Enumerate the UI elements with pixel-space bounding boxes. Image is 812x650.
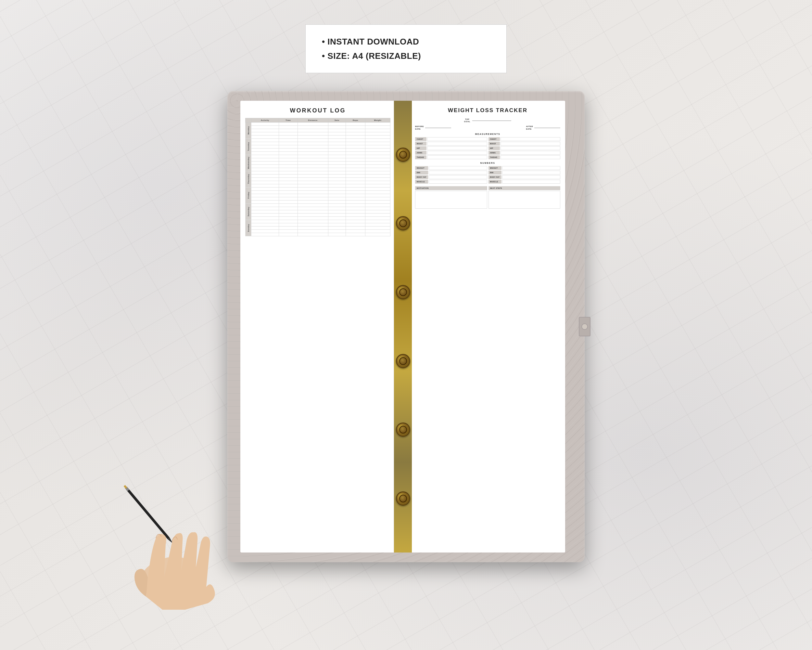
workout-cell[interactable] bbox=[365, 122, 390, 126]
workout-cell[interactable] bbox=[298, 171, 328, 174]
workout-cell[interactable] bbox=[328, 197, 346, 200]
workout-cell[interactable] bbox=[346, 197, 365, 200]
workout-cell[interactable] bbox=[279, 230, 298, 233]
workout-cell[interactable] bbox=[346, 168, 365, 171]
workout-cell[interactable] bbox=[328, 132, 346, 136]
workout-cell[interactable] bbox=[365, 197, 390, 200]
workout-cell[interactable] bbox=[365, 168, 390, 171]
workout-cell[interactable] bbox=[365, 171, 390, 174]
workout-cell[interactable] bbox=[279, 148, 298, 152]
workout-cell[interactable] bbox=[279, 126, 298, 129]
workout-cell[interactable] bbox=[251, 226, 279, 230]
workout-cell[interactable] bbox=[279, 207, 298, 210]
workout-cell[interactable] bbox=[251, 220, 279, 223]
workout-cell[interactable] bbox=[298, 191, 328, 194]
workout-cell[interactable] bbox=[298, 158, 328, 162]
workout-cell[interactable] bbox=[328, 136, 346, 139]
workout-cell[interactable] bbox=[251, 132, 279, 136]
workout-cell[interactable] bbox=[298, 217, 328, 220]
workout-cell[interactable] bbox=[365, 132, 390, 136]
workout-cell[interactable] bbox=[346, 204, 365, 207]
workout-cell[interactable] bbox=[251, 126, 279, 129]
workout-cell[interactable] bbox=[251, 165, 279, 168]
workout-cell[interactable] bbox=[365, 194, 390, 197]
workout-cell[interactable] bbox=[365, 126, 390, 129]
workout-cell[interactable] bbox=[328, 191, 346, 194]
workout-cell[interactable] bbox=[365, 152, 390, 155]
measurement-field-after-chest[interactable] bbox=[501, 137, 561, 141]
workout-cell[interactable] bbox=[251, 136, 279, 139]
workout-cell[interactable] bbox=[251, 204, 279, 207]
workout-cell[interactable] bbox=[328, 178, 346, 181]
workout-cell[interactable] bbox=[346, 129, 365, 132]
workout-cell[interactable] bbox=[346, 152, 365, 155]
workout-cell[interactable] bbox=[328, 122, 346, 126]
workout-cell[interactable] bbox=[328, 171, 346, 174]
workout-cell[interactable] bbox=[298, 129, 328, 132]
number-field-after-muscle[interactable] bbox=[502, 180, 561, 184]
workout-cell[interactable] bbox=[346, 223, 365, 226]
workout-cell[interactable] bbox=[346, 194, 365, 197]
workout-cell[interactable] bbox=[346, 214, 365, 217]
workout-cell[interactable] bbox=[298, 174, 328, 178]
workout-cell[interactable] bbox=[279, 188, 298, 191]
workout-cell[interactable] bbox=[279, 165, 298, 168]
workout-cell[interactable] bbox=[365, 139, 390, 142]
number-field-before-muscle[interactable] bbox=[429, 180, 487, 184]
workout-cell[interactable] bbox=[365, 200, 390, 204]
workout-cell[interactable] bbox=[365, 165, 390, 168]
workout-cell[interactable] bbox=[298, 207, 328, 210]
workout-cell[interactable] bbox=[279, 197, 298, 200]
workout-cell[interactable] bbox=[346, 174, 365, 178]
workout-cell[interactable] bbox=[279, 178, 298, 181]
workout-cell[interactable] bbox=[328, 200, 346, 204]
workout-cell[interactable] bbox=[365, 155, 390, 158]
number-field-after-bmi[interactable] bbox=[502, 171, 561, 174]
workout-cell[interactable] bbox=[251, 129, 279, 132]
workout-cell[interactable] bbox=[251, 168, 279, 171]
workout-cell[interactable] bbox=[298, 223, 328, 226]
workout-cell[interactable] bbox=[298, 145, 328, 148]
workout-cell[interactable] bbox=[298, 162, 328, 165]
workout-cell[interactable] bbox=[346, 148, 365, 152]
workout-cell[interactable] bbox=[251, 181, 279, 184]
workout-cell[interactable] bbox=[346, 200, 365, 204]
workout-cell[interactable] bbox=[328, 142, 346, 145]
workout-cell[interactable] bbox=[298, 214, 328, 217]
workout-cell[interactable] bbox=[365, 162, 390, 165]
workout-cell[interactable] bbox=[251, 210, 279, 214]
workout-cell[interactable] bbox=[279, 155, 298, 158]
workout-cell[interactable] bbox=[328, 220, 346, 223]
workout-cell[interactable] bbox=[346, 136, 365, 139]
workout-cell[interactable] bbox=[346, 191, 365, 194]
workout-cell[interactable] bbox=[346, 184, 365, 188]
measurement-field-after-arms[interactable] bbox=[501, 151, 561, 155]
workout-cell[interactable] bbox=[279, 191, 298, 194]
workout-cell[interactable] bbox=[251, 191, 279, 194]
workout-cell[interactable] bbox=[298, 155, 328, 158]
workout-cell[interactable] bbox=[346, 207, 365, 210]
workout-cell[interactable] bbox=[251, 145, 279, 148]
workout-cell[interactable] bbox=[365, 181, 390, 184]
workout-cell[interactable] bbox=[346, 162, 365, 165]
workout-cell[interactable] bbox=[298, 122, 328, 126]
measurement-field-before-thighs[interactable] bbox=[427, 155, 487, 159]
workout-cell[interactable] bbox=[298, 220, 328, 223]
workout-cell[interactable] bbox=[328, 174, 346, 178]
workout-cell[interactable] bbox=[251, 197, 279, 200]
workout-cell[interactable] bbox=[328, 207, 346, 210]
workout-cell[interactable] bbox=[365, 184, 390, 188]
workout-cell[interactable] bbox=[251, 217, 279, 220]
workout-cell[interactable] bbox=[365, 233, 390, 236]
workout-cell[interactable] bbox=[346, 165, 365, 168]
workout-cell[interactable] bbox=[279, 129, 298, 132]
workout-cell[interactable] bbox=[279, 223, 298, 226]
workout-cell[interactable] bbox=[346, 155, 365, 158]
workout-cell[interactable] bbox=[365, 191, 390, 194]
workout-cell[interactable] bbox=[279, 174, 298, 178]
measurement-field-before-hip[interactable] bbox=[427, 146, 487, 150]
workout-cell[interactable] bbox=[346, 171, 365, 174]
workout-cell[interactable] bbox=[346, 178, 365, 181]
workout-cell[interactable] bbox=[328, 214, 346, 217]
workout-cell[interactable] bbox=[279, 158, 298, 162]
